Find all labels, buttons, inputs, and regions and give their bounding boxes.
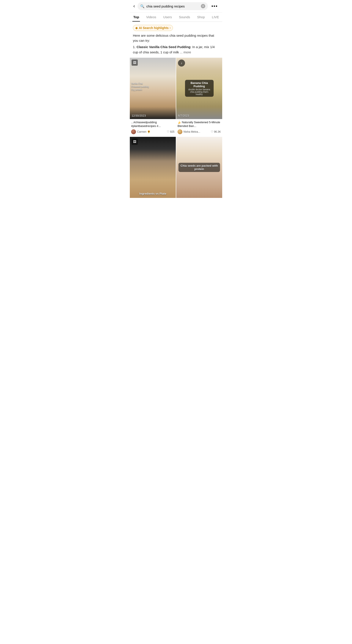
heart-icon-1: ♡ xyxy=(167,130,169,133)
grid-item-4[interactable]: Chia seeds are packed withprotein xyxy=(176,137,222,198)
card-meta-2: 🍌 Naturally Sweetened 5-Minute Blended B… xyxy=(176,119,222,136)
search-input[interactable]: chia seed pudding recipes xyxy=(146,4,199,8)
tiktok-icon-label: ♪ xyxy=(181,61,182,65)
heart-icon-2: ♡ xyxy=(211,130,213,133)
video-thumbnail-left-2: 🖼 Ingredients vs Plate xyxy=(130,137,176,198)
video-thumbnail-right-2: Chia seeds are packed withprotein xyxy=(176,137,222,198)
grid-item-1[interactable]: 🖼 Vanilla ChaiChiaseed pudding21g protei… xyxy=(130,58,176,136)
ai-search-highlights-badge[interactable]: ◆ AI Search highlights › xyxy=(133,25,173,31)
likes-number-2: 96.3K xyxy=(214,130,221,133)
ai-badge-label: AI Search highlights xyxy=(139,26,168,30)
ai-recipe-item: 1. Classic Vanilla Chia Seed Pudding: In… xyxy=(133,44,219,55)
tab-live[interactable]: LIVE xyxy=(208,12,222,22)
ingredients-label: Ingredients vs Plate xyxy=(130,192,176,195)
video-overlay-text-1: Vanilla ChaiChiaseed pudding21g protein xyxy=(131,82,149,91)
video-thumbnail-right-1: ♪ Banana Chia Pudding double decker bana… xyxy=(176,58,222,119)
search-tabs: Top Videos Users Sounds Shop LIVE xyxy=(130,12,222,22)
card-author-2: Nisha Melva... xyxy=(178,129,200,134)
ai-section: ◆ AI Search highlights › Here are some d… xyxy=(130,22,222,57)
tab-shop[interactable]: Shop xyxy=(194,12,208,22)
tiktok-logo-icon: ♪ xyxy=(178,60,185,66)
banana-pudding-title: Banana Chia Pudding xyxy=(187,81,211,88)
chia-seeds-overlay-label: Chia seeds are packed withprotein xyxy=(179,163,220,172)
thumbnail-3: 🖼 Ingredients vs Plate xyxy=(130,137,176,198)
likes-count-2: ♡ 96.3K xyxy=(211,130,221,133)
likes-count-1: ♡ 925 xyxy=(167,130,174,133)
chevron-right-icon: › xyxy=(170,26,170,30)
tab-users[interactable]: Users xyxy=(160,12,175,22)
search-bar: ‹ 🔍 chia seed pudding recipes ✕ ••• xyxy=(130,0,222,12)
ai-more-link[interactable]: ... more xyxy=(180,50,191,54)
thumbnail-2: ♪ Banana Chia Pudding double decker bana… xyxy=(176,58,222,119)
search-icon: 🔍 xyxy=(140,4,144,8)
back-button[interactable]: ‹ xyxy=(132,2,136,10)
recipe-title: Classic Vanilla Chia Seed Pudding xyxy=(137,45,191,49)
author-name-1: Carmen 🌻 xyxy=(137,130,150,133)
card-meta-1: ...#chiaseedpudding #plantbasedrecipes #… xyxy=(130,119,176,136)
card-title-1: ...#chiaseedpudding #plantbasedrecipes #… xyxy=(131,120,174,128)
grid-item-2[interactable]: ♪ Banana Chia Pudding double decker bana… xyxy=(176,58,222,136)
ai-intro-text: Here are some delicious chia seed puddin… xyxy=(133,33,219,43)
card-title-2: 🍌 Naturally Sweetened 5-Minute Blended B… xyxy=(178,120,221,128)
tab-videos[interactable]: Videos xyxy=(142,12,160,22)
close-icon: ✕ xyxy=(202,4,204,8)
author-name-2: Nisha Melva... xyxy=(184,130,200,133)
grid-item-3[interactable]: 🖼 Ingredients vs Plate xyxy=(130,137,176,198)
date-label-1: 12/30/2023 xyxy=(131,114,146,117)
banana-pudding-sub: double decker bananachia pudding that'sh… xyxy=(187,88,211,96)
clear-button[interactable]: ✕ xyxy=(201,4,205,8)
image-icon-2: 🖼 xyxy=(131,138,138,145)
results-grid: 🖼 Vanilla ChaiChiaseed pudding21g protei… xyxy=(130,57,222,198)
search-input-wrapper[interactable]: 🔍 chia seed pudding recipes ✕ xyxy=(137,2,208,10)
tab-sounds[interactable]: Sounds xyxy=(175,12,194,22)
tab-top[interactable]: Top xyxy=(130,12,142,22)
more-options-button[interactable]: ••• xyxy=(210,2,220,10)
card-author-row-2: Nisha Melva... ♡ 96.3K xyxy=(178,129,221,134)
ai-diamond-icon: ◆ xyxy=(135,26,138,30)
recipe-number: 1. xyxy=(133,45,136,49)
video-thumbnail-left-1: 🖼 Vanilla ChaiChiaseed pudding21g protei… xyxy=(130,58,176,119)
likes-number-1: 925 xyxy=(170,130,174,133)
thumbnail-4: Chia seeds are packed withprotein xyxy=(176,137,222,198)
card-author-1: Carmen 🌻 xyxy=(131,129,150,134)
avatar-nisha xyxy=(178,129,182,134)
image-icon: 🖼 xyxy=(131,60,138,66)
card-author-row-1: Carmen 🌻 ♡ 925 xyxy=(131,129,174,134)
banana-label-overlay: Banana Chia Pudding double decker banana… xyxy=(185,80,214,97)
date-label-2: 6/7/2023 xyxy=(178,114,189,117)
thumbnail-1: 🖼 Vanilla ChaiChiaseed pudding21g protei… xyxy=(130,58,176,119)
avatar-carmen xyxy=(131,129,136,134)
